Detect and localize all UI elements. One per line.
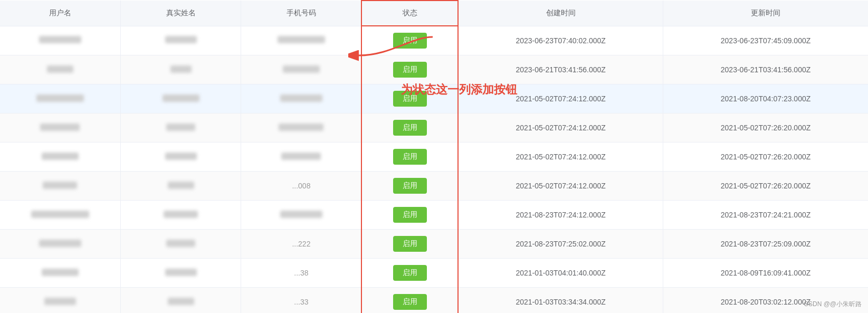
table-row: 启用2021-05-02T07:24:12.000Z2021-05-02T07:… — [0, 143, 868, 172]
cell-phone — [241, 55, 361, 84]
cell-realname — [120, 259, 241, 288]
cell-created-time: 2021-01-03T03:34:34.000Z — [458, 288, 663, 314]
enable-button[interactable]: 启用 — [393, 91, 427, 107]
cell-phone: ...008 — [241, 172, 361, 201]
cell-username — [0, 84, 120, 113]
enable-button[interactable]: 启用 — [393, 236, 427, 252]
cell-phone: ...38 — [241, 259, 361, 288]
enable-button[interactable]: 启用 — [393, 33, 427, 49]
table-row: 启用2021-05-02T07:24:12.000Z2021-08-20T04:… — [0, 84, 868, 113]
table-row: 启用2021-08-23T07:24:12.000Z2021-08-23T07:… — [0, 201, 868, 230]
cell-username — [0, 259, 120, 288]
col-header-created: 创建时间 — [458, 1, 663, 26]
cell-created-time: 2021-05-02T07:24:12.000Z — [458, 143, 663, 172]
cell-status: 启用 — [361, 113, 458, 143]
table-row: 启用2023-06-21T03:41:56.000Z2023-06-21T03:… — [0, 55, 868, 84]
cell-created-time: 2021-08-23T07:24:12.000Z — [458, 201, 663, 230]
cell-phone — [241, 84, 361, 113]
col-header-status: 状态 — [361, 1, 458, 26]
table-row: ...008启用2021-05-02T07:24:12.000Z2021-05-… — [0, 172, 868, 201]
cell-phone — [241, 201, 361, 230]
col-header-updated: 更新时间 — [663, 1, 868, 26]
cell-realname — [120, 230, 241, 259]
table-row: 启用2021-05-02T07:24:12.000Z2021-05-02T07:… — [0, 113, 868, 143]
cell-updated-time: 2021-05-02T07:26:20.000Z — [663, 113, 868, 143]
cell-created-time: 2021-05-02T07:24:12.000Z — [458, 172, 663, 201]
cell-status: 启用 — [361, 84, 458, 113]
cell-created-time: 2023-06-21T03:41:56.000Z — [458, 55, 663, 84]
cell-updated-time: 2021-05-02T07:26:20.000Z — [663, 143, 868, 172]
cell-created-time: 2021-05-02T07:24:12.000Z — [458, 113, 663, 143]
cell-username — [0, 230, 120, 259]
cell-updated-time: 2021-08-23T07:25:09.000Z — [663, 230, 868, 259]
data-table: 用户名 真实姓名 手机号码 状态 创建时间 更新时间 启用2023-06-23T… — [0, 0, 868, 313]
cell-status: 启用 — [361, 26, 458, 55]
cell-updated-time: 2021-08-09T16:09:41.000Z — [663, 259, 868, 288]
cell-username — [0, 55, 120, 84]
col-header-phone: 手机号码 — [241, 1, 361, 26]
cell-realname — [120, 113, 241, 143]
cell-status: 启用 — [361, 259, 458, 288]
cell-phone — [241, 26, 361, 55]
table-row: ...33启用2021-01-03T03:34:34.000Z2021-08-2… — [0, 288, 868, 314]
cell-username — [0, 143, 120, 172]
cell-created-time: 2023-06-23T07:40:02.000Z — [458, 26, 663, 55]
enable-button[interactable]: 启用 — [393, 265, 427, 281]
cell-realname — [120, 201, 241, 230]
cell-created-time: 2021-01-03T04:01:40.000Z — [458, 259, 663, 288]
table-row: ...222启用2021-08-23T07:25:02.000Z2021-08-… — [0, 230, 868, 259]
cell-updated-time: 2021-08-20T04:07:23.000Z — [663, 84, 868, 113]
cell-username — [0, 172, 120, 201]
cell-phone — [241, 143, 361, 172]
cell-created-time: 2021-08-23T07:25:02.000Z — [458, 230, 663, 259]
cell-status: 启用 — [361, 172, 458, 201]
cell-updated-time: 2021-05-02T07:26:20.000Z — [663, 172, 868, 201]
cell-realname — [120, 143, 241, 172]
enable-button[interactable]: 启用 — [393, 149, 427, 165]
cell-updated-time: 2023-06-23T07:45:09.000Z — [663, 26, 868, 55]
enable-button[interactable]: 启用 — [393, 62, 427, 78]
cell-status: 启用 — [361, 288, 458, 314]
enable-button[interactable]: 启用 — [393, 178, 427, 194]
enable-button[interactable]: 启用 — [393, 294, 427, 310]
cell-username — [0, 288, 120, 314]
cell-realname — [120, 26, 241, 55]
watermark: CSDN @@小朱昕路 — [804, 300, 862, 309]
cell-realname — [120, 84, 241, 113]
enable-button[interactable]: 启用 — [393, 120, 427, 136]
cell-status: 启用 — [361, 55, 458, 84]
cell-realname — [120, 55, 241, 84]
cell-updated-time: 2023-06-21T03:41:56.000Z — [663, 55, 868, 84]
cell-username — [0, 201, 120, 230]
cell-updated-time: 2021-08-23T07:24:21.000Z — [663, 201, 868, 230]
cell-created-time: 2021-05-02T07:24:12.000Z — [458, 84, 663, 113]
cell-realname — [120, 172, 241, 201]
col-header-realname: 真实姓名 — [120, 1, 241, 26]
cell-phone: ...222 — [241, 230, 361, 259]
table-container: 用户名 真实姓名 手机号码 状态 创建时间 更新时间 启用2023-06-23T… — [0, 0, 868, 313]
cell-username — [0, 113, 120, 143]
cell-status: 启用 — [361, 230, 458, 259]
cell-status: 启用 — [361, 143, 458, 172]
cell-status: 启用 — [361, 201, 458, 230]
cell-phone — [241, 113, 361, 143]
cell-realname — [120, 288, 241, 314]
col-header-username: 用户名 — [0, 1, 120, 26]
table-row: 启用2023-06-23T07:40:02.000Z2023-06-23T07:… — [0, 26, 868, 55]
cell-phone: ...33 — [241, 288, 361, 314]
cell-username — [0, 26, 120, 55]
enable-button[interactable]: 启用 — [393, 207, 427, 223]
table-row: ...38启用2021-01-03T04:01:40.000Z2021-08-0… — [0, 259, 868, 288]
